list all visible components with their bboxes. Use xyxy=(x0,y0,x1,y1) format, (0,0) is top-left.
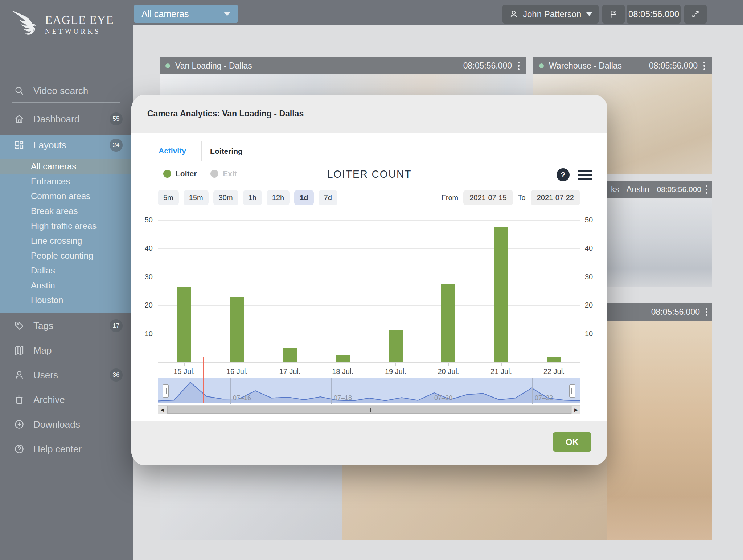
chart-scrollbar[interactable]: ◀ ▶ xyxy=(158,405,580,414)
current-time-marker xyxy=(203,357,204,403)
navigator-left-handle[interactable] xyxy=(163,384,169,398)
flag-icon xyxy=(609,9,618,19)
scroll-right-arrow[interactable]: ▶ xyxy=(571,406,580,414)
x-axis-label: 15 Jul. xyxy=(163,367,206,376)
bar-22-jul- xyxy=(547,357,561,362)
range-button-15m[interactable]: 15m xyxy=(184,190,209,205)
gridline xyxy=(158,220,580,221)
clock-button[interactable]: 08:05:56.000 xyxy=(627,5,681,24)
scrollbar-thumb[interactable] xyxy=(167,406,571,414)
range-button-7d[interactable]: 7d xyxy=(319,190,337,205)
archive-icon xyxy=(14,394,25,405)
modal-title: Camera Analytics: Van Loading - Dallas xyxy=(147,109,304,119)
navigator-label: 07–18 xyxy=(334,394,352,402)
x-axis-tick xyxy=(448,363,449,366)
y-axis-label: 50 xyxy=(136,216,153,224)
navigator-gridline xyxy=(432,378,432,404)
sidebar-item-video-search[interactable]: Video search xyxy=(0,81,133,101)
sidebar-item-dashboard[interactable]: Dashboard 55 xyxy=(0,109,133,129)
chart-menu-icon[interactable] xyxy=(578,170,592,182)
sidebar-item-line-crossing[interactable]: Line crossing xyxy=(0,233,133,248)
eagle-eye-logo-icon xyxy=(9,9,41,39)
sidebar-item-label: Tags xyxy=(33,320,53,332)
x-axis-tick xyxy=(343,363,343,366)
bar-20-jul- xyxy=(441,284,455,362)
sidebar-item-label: Video search xyxy=(33,85,88,96)
modal-footer: OK xyxy=(131,421,607,465)
sidebar-item-archive[interactable]: Archive xyxy=(0,390,133,410)
sidebar-item-label: Help center xyxy=(33,444,82,455)
range-button-30m[interactable]: 30m xyxy=(213,190,238,205)
navigator-right-handle[interactable] xyxy=(569,384,575,398)
map-icon xyxy=(14,345,25,356)
y-axis-label: 20 xyxy=(136,301,153,309)
sidebar-item-help-center[interactable]: Help center xyxy=(0,439,133,459)
user-menu-button[interactable]: John Patterson xyxy=(502,5,599,24)
help-circle-icon[interactable]: ? xyxy=(557,168,570,181)
count-badge: 17 xyxy=(110,319,123,332)
range-button-12h[interactable]: 12h xyxy=(267,190,290,205)
fullscreen-button[interactable] xyxy=(684,5,707,24)
clock-value: 08:05:56.000 xyxy=(628,9,679,19)
navigator-label: 07–20 xyxy=(434,394,452,402)
chart-navigator[interactable]: 07–1607–1807–2007–22 xyxy=(158,378,580,403)
sidebar-item-downloads[interactable]: Downloads xyxy=(0,414,133,435)
sidebar-item-label: Dashboard xyxy=(33,114,79,125)
scroll-left-arrow[interactable]: ◀ xyxy=(158,406,167,414)
from-date-field[interactable]: 2021-07-15 xyxy=(463,190,513,205)
navigator-label: 07–22 xyxy=(535,394,553,402)
sidebar-item-houston[interactable]: Houston xyxy=(0,293,133,308)
tab-loitering[interactable]: Loitering xyxy=(201,141,251,161)
range-button-1d[interactable]: 1d xyxy=(294,190,313,205)
navigator-sparkline xyxy=(158,378,580,404)
user-icon xyxy=(509,9,518,19)
gridline xyxy=(158,305,580,306)
sidebar-item-all-cameras[interactable]: All cameras xyxy=(0,159,133,174)
download-icon xyxy=(14,419,25,430)
sidebar-item-break-areas[interactable]: Break areas xyxy=(0,203,133,218)
ok-button[interactable]: OK xyxy=(553,432,591,452)
analytics-tabs: Activity Loitering xyxy=(148,141,595,161)
sidebar-item-dallas[interactable]: Dallas xyxy=(0,263,133,278)
camera-analytics-modal: Camera Analytics: Van Loading - Dallas A… xyxy=(131,95,607,465)
x-axis-label: 17 Jul. xyxy=(268,367,312,376)
tab-activity[interactable]: Activity xyxy=(159,141,186,161)
sidebar-item-austin[interactable]: Austin xyxy=(0,278,133,293)
to-date-field[interactable]: 2021-07-22 xyxy=(531,190,580,205)
help-icon xyxy=(14,444,25,454)
y-axis-label: 50 xyxy=(585,216,602,224)
user-name: John Patterson xyxy=(523,9,581,19)
range-button-1h[interactable]: 1h xyxy=(243,190,262,205)
y-axis-label: 20 xyxy=(585,301,602,309)
x-axis-label: 22 Jul. xyxy=(532,367,576,376)
sidebar-item-label: Downloads xyxy=(33,419,80,430)
y-axis-label: 40 xyxy=(585,244,602,252)
y-axis-label: 30 xyxy=(136,273,153,281)
count-badge: 24 xyxy=(110,139,123,152)
modal-header: Camera Analytics: Van Loading - Dallas xyxy=(131,95,607,133)
sidebar-item-label: Users xyxy=(33,370,58,381)
range-button-5m[interactable]: 5m xyxy=(158,190,179,205)
navigator-gridline xyxy=(230,378,231,404)
gridline xyxy=(158,334,580,334)
camera-filter-dropdown[interactable]: All cameras xyxy=(134,5,238,23)
sidebar-item-common-areas[interactable]: Common areas xyxy=(0,189,133,203)
sidebar-item-tags[interactable]: Tags 17 xyxy=(0,316,133,336)
x-axis-label: 21 Jul. xyxy=(480,367,523,376)
bar-21-jul- xyxy=(494,227,508,362)
count-badge: 55 xyxy=(110,112,123,125)
sidebar-item-entrances[interactable]: Entrances xyxy=(0,174,133,189)
sidebar-item-people-counting[interactable]: People counting xyxy=(0,248,133,263)
sidebar: EAGLE EYE NETWORKS Video search Dashboar… xyxy=(0,0,133,560)
sidebar-item-label: Layouts xyxy=(33,140,66,151)
y-axis-label: 30 xyxy=(585,273,602,281)
eagle-eye-logo: EAGLE EYE NETWORKS xyxy=(9,9,114,39)
sidebar-item-high-traffic-areas[interactable]: High traffic areas xyxy=(0,218,133,233)
sidebar-item-map[interactable]: Map xyxy=(0,340,133,361)
expand-icon xyxy=(691,9,700,19)
search-icon xyxy=(14,85,25,96)
flag-button[interactable] xyxy=(602,5,625,24)
sidebar-item-layouts[interactable]: Layouts 24 xyxy=(0,135,133,155)
sidebar-item-users[interactable]: Users 36 xyxy=(0,365,133,385)
chevron-down-icon xyxy=(586,12,592,16)
